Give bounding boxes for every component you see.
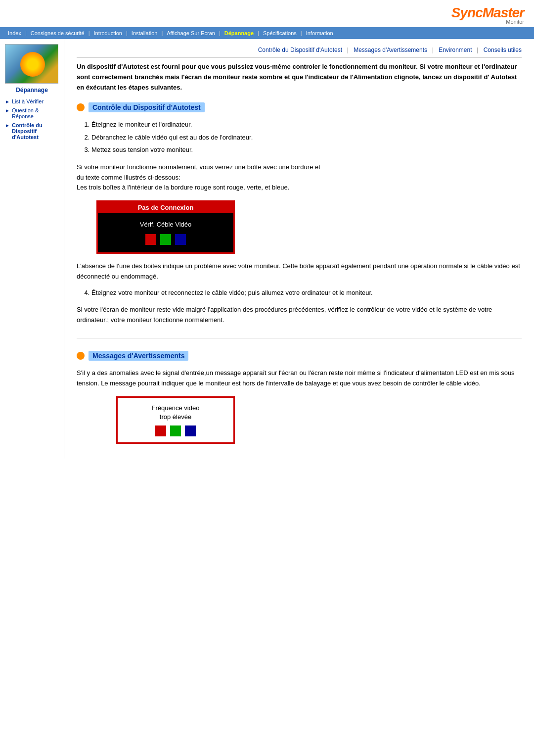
step-4: Éteignez votre moniteur et reconnectez l… xyxy=(91,288,522,298)
section1-icon xyxy=(77,103,85,111)
content: Contrôle du Dispositif d'Autotest | Mess… xyxy=(64,39,534,459)
arrow-icon-3: ► xyxy=(5,123,10,128)
demo-square-green xyxy=(160,234,171,245)
steps-list: Éteignez le moniteur et l'ordinateur. Dé… xyxy=(91,120,522,155)
demo-box-label: Vérif. Céble Vidéo xyxy=(108,221,223,228)
sub-nav-sep2: | xyxy=(432,47,434,53)
sidebar-flower xyxy=(20,52,45,77)
desc3: Si votre l'écran de moniteur reste vide … xyxy=(77,305,522,326)
nav-introduction[interactable]: Introduction xyxy=(89,29,126,37)
arrow-icon-1: ► xyxy=(5,99,10,104)
section1-heading: Contrôle du Dispositif d'Autotest xyxy=(77,102,522,112)
brand-name-sync: Sync xyxy=(451,5,483,20)
nav-depannage[interactable]: Dépannage xyxy=(221,29,258,37)
navbar: Index | Consignes de sécurité | Introduc… xyxy=(0,27,534,39)
section1-title: Contrôle du Dispositif d'Autotest xyxy=(89,102,205,112)
section2-icon xyxy=(77,352,85,360)
step4-list: Éteignez votre moniteur et reconnectez l… xyxy=(91,288,522,298)
demo-box-title: Pas de Connexion xyxy=(98,202,233,213)
nav-information[interactable]: Information xyxy=(302,29,337,37)
step-1: Éteignez le moniteur et l'ordinateur. xyxy=(91,120,522,130)
sub-nav-controle[interactable]: Contrôle du Dispositif d'Autotest xyxy=(258,47,342,53)
demo-square-blue xyxy=(175,234,186,245)
section2-desc1: S'il y a des anomalies avec le signal d'… xyxy=(77,368,522,389)
brand-name-master: Master xyxy=(483,5,524,20)
section2-heading: Messages d'Avertissements xyxy=(77,351,522,361)
demo2-square-blue xyxy=(185,425,196,436)
arrow-icon-2: ► xyxy=(5,108,10,113)
brand: SyncMaster Monitor xyxy=(451,5,524,25)
step-3: Mettez sous tension votre moniteur. xyxy=(91,145,522,155)
demo-box-container: Pas de Connexion Vérif. Céble Vidéo xyxy=(96,200,522,254)
sub-nav-sep1: | xyxy=(347,47,349,53)
sidebar-label-controle: Contrôle du Dispositif d'Autotest xyxy=(12,122,59,140)
nav-installation[interactable]: Installation xyxy=(128,29,162,37)
main-layout: Dépannage ► List à Vérifier ► Question &… xyxy=(0,39,534,459)
demo-box2-body: Fréquence video trop élevée xyxy=(118,398,233,442)
demo-box2-squares xyxy=(128,425,223,436)
freq-line1: Fréquence video xyxy=(152,404,200,412)
sidebar-item-controle[interactable]: ► Contrôle du Dispositif d'Autotest xyxy=(5,122,59,140)
demo-box2-text: Fréquence video trop élevée xyxy=(128,404,223,422)
demo-box2: Fréquence video trop élevée xyxy=(116,396,235,444)
sub-nav-sep3: | xyxy=(477,47,479,53)
intro-text: Un dispositif d'Autotest est fourni pour… xyxy=(77,62,522,93)
demo-box-body: Vérif. Céble Vidéo xyxy=(98,213,233,252)
sidebar-item-list[interactable]: ► List à Vérifier xyxy=(5,98,59,104)
demo2-square-green xyxy=(170,425,181,436)
sidebar-item-qa[interactable]: ► Question & Réponse xyxy=(5,107,59,119)
nav-index[interactable]: Index xyxy=(4,29,25,37)
sub-nav-environment[interactable]: Environment xyxy=(439,47,472,53)
freq-line2: trop élevée xyxy=(160,413,191,421)
nav-specifications[interactable]: Spécifications xyxy=(259,29,301,37)
sidebar-title: Dépannage xyxy=(5,87,59,94)
demo-box-squares xyxy=(108,234,223,245)
nav-affichage[interactable]: Affichage Sur Ecran xyxy=(163,29,219,37)
demo-square-red xyxy=(145,234,156,245)
sidebar-label-list: List à Vérifier xyxy=(12,98,44,104)
sub-nav-messages[interactable]: Messages d'Avertissements xyxy=(354,47,427,53)
step-2: Débranchez le câble vidéo qui est au dos… xyxy=(91,133,522,142)
demo-box: Pas de Connexion Vérif. Céble Vidéo xyxy=(96,200,235,254)
demo-box2-container: Fréquence video trop élevée xyxy=(96,396,522,444)
demo2-square-red xyxy=(155,425,166,436)
sidebar-label-qa: Question & Réponse xyxy=(12,107,59,119)
header: SyncMaster Monitor xyxy=(0,0,534,27)
section2-title: Messages d'Avertissements xyxy=(89,351,188,361)
sub-nav: Contrôle du Dispositif d'Autotest | Mess… xyxy=(77,47,522,58)
section-divider xyxy=(77,338,522,338)
desc1: Si votre moniteur fonctionne normalement… xyxy=(77,162,522,193)
sidebar-image xyxy=(5,44,58,84)
nav-consignes[interactable]: Consignes de sécurité xyxy=(27,29,89,37)
sub-nav-conseils[interactable]: Conseils utiles xyxy=(484,47,522,53)
desc2: L'absence de l'une des boites indique un… xyxy=(77,261,522,282)
sidebar: Dépannage ► List à Vérifier ► Question &… xyxy=(0,39,64,459)
sidebar-nav: ► List à Vérifier ► Question & Réponse ►… xyxy=(5,98,59,140)
